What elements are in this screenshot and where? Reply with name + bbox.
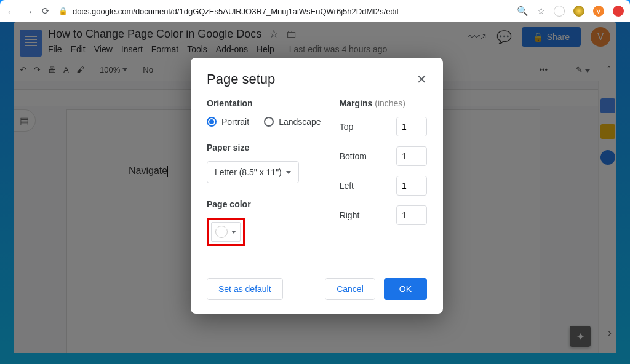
zoom-icon[interactable]: 🔍 [517, 6, 528, 17]
page-setup-dialog: Page setup ✕ Orientation Portrait Landsc… [191, 58, 443, 314]
portrait-label: Portrait [221, 117, 249, 127]
margin-top-input[interactable] [396, 117, 427, 136]
portrait-radio[interactable] [207, 117, 217, 127]
chevron-down-icon [231, 231, 236, 234]
page-color-label: Page color [207, 199, 321, 209]
set-as-default-button[interactable]: Set as default [207, 278, 283, 300]
margin-left-label: Left [340, 181, 354, 191]
margin-top-label: Top [340, 122, 354, 132]
lock-icon: 🔒 [58, 7, 68, 15]
close-icon[interactable]: ✕ [417, 72, 427, 87]
profile-avatar[interactable]: V [593, 6, 604, 17]
margin-right-label: Right [340, 210, 360, 220]
margin-left-input[interactable] [396, 176, 427, 196]
back-button[interactable]: ← [6, 6, 15, 17]
forward-button[interactable]: → [24, 6, 33, 17]
margin-right-input[interactable] [396, 205, 427, 225]
ok-button[interactable]: OK [384, 278, 427, 300]
browser-toolbar: ← → ⟳ 🔒 docs.google.com/document/d/1dgGQ… [0, 0, 630, 22]
extension-icon-1[interactable] [554, 6, 565, 17]
margin-bottom-label: Bottom [340, 151, 367, 161]
url-text: docs.google.com/document/d/1dgGQzEs5AUlR… [73, 7, 399, 16]
paper-size-label: Paper size [207, 143, 321, 152]
chevron-down-icon [286, 171, 291, 174]
margin-bottom-input[interactable] [396, 146, 427, 166]
star-icon[interactable]: ☆ [537, 6, 545, 17]
extension-icon-3[interactable] [613, 6, 624, 17]
cancel-button[interactable]: Cancel [325, 278, 375, 300]
page-color-highlight [207, 218, 245, 246]
paper-size-select[interactable]: Letter (8.5" x 11") [207, 161, 299, 183]
color-swatch [215, 226, 228, 238]
margins-label: Margins (inches) [340, 98, 427, 108]
landscape-label: Landscape [279, 117, 321, 127]
dialog-title: Page setup [207, 71, 275, 87]
address-bar[interactable]: 🔒 docs.google.com/document/d/1dgGQzEs5AU… [58, 7, 508, 16]
reload-button[interactable]: ⟳ [42, 6, 50, 17]
page-color-picker[interactable] [211, 222, 241, 242]
landscape-radio[interactable] [264, 117, 274, 127]
extension-icon-2[interactable] [573, 6, 584, 17]
orientation-label: Orientation [207, 98, 321, 108]
